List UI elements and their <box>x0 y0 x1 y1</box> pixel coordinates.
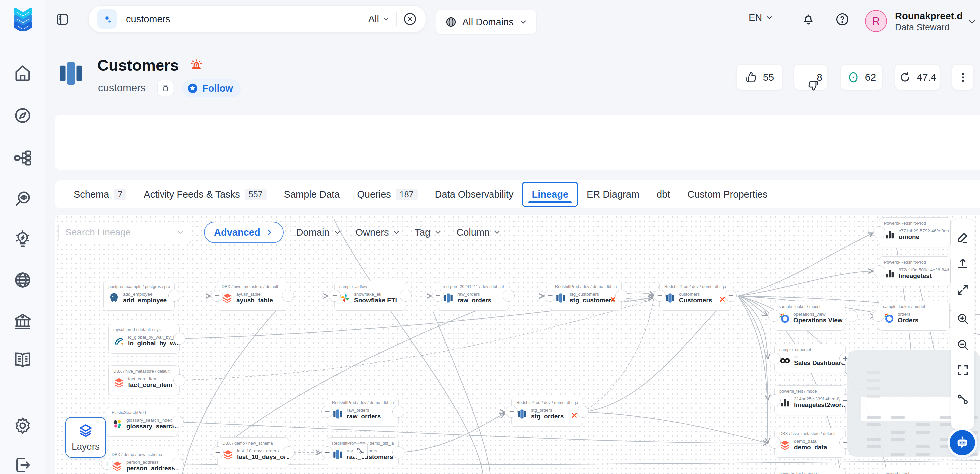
lineage-node-stg-customers[interactable]: RedshiftProd / dev / demo_dbt_jaffle stg… <box>550 281 622 310</box>
edge-handle[interactable] <box>173 332 186 345</box>
stat-thumbs-up-button[interactable]: 55 <box>736 64 783 90</box>
ai-sparkle-icon[interactable] <box>97 9 116 29</box>
edge-handle[interactable] <box>872 310 885 321</box>
edge-handle[interactable] <box>172 458 184 470</box>
pipeline-edge-icon[interactable] <box>353 444 368 458</box>
sidebar-item-settings[interactable] <box>13 416 32 435</box>
export-button[interactable] <box>956 257 969 270</box>
clear-search-icon[interactable] <box>402 12 417 26</box>
stat-kebab-button[interactable] <box>952 64 974 90</box>
edge-handle[interactable] <box>392 406 404 418</box>
lineage-node-lineagetest2work[interactable]: powerbi_test / model 314bd25e-339f-4bea-… <box>774 385 846 415</box>
lineage-node-snowflake-etl[interactable]: sample_airflow snowflake_etl Snowflake E… <box>334 281 406 310</box>
tab-custom-properties[interactable]: Custom Properties <box>679 180 776 208</box>
user-menu[interactable]: Rounakpreet.d Data Steward <box>895 10 963 33</box>
edge-handle[interactable] <box>873 265 885 277</box>
flow-mini-button[interactable] <box>956 393 969 406</box>
minus-collapse-button[interactable]: − <box>506 406 518 418</box>
lineage-node-glossary-search-index[interactable]: ElasticSearchProd glossary_search_index … <box>107 407 178 437</box>
edge-handle[interactable] <box>577 406 589 418</box>
sidebar-item-explore[interactable] <box>13 106 32 125</box>
notifications-bell-icon[interactable] <box>801 12 816 27</box>
lineage-node-fact-core-item[interactable]: DBX / hive_metastore / default fact_core… <box>108 366 180 396</box>
collapse-edge-button[interactable]: − <box>846 310 858 322</box>
sidebar-item-glossary[interactable] <box>13 350 32 369</box>
tab-schema[interactable]: Schema 7 <box>65 180 135 208</box>
stat-thumbs-down-button[interactable]: 8 <box>794 64 827 90</box>
tab-activity-feeds-tasks[interactable]: Activity Feeds & Tasks 557 <box>135 180 275 208</box>
lineage-node-lineagetest[interactable]: Powerbi-Redshift-Prod 872e1f0c-500e-4e28… <box>879 256 951 286</box>
minus-collapse-button[interactable]: − <box>544 289 557 302</box>
stat-refresh-button[interactable]: 47.4 <box>895 64 940 90</box>
language-dropdown[interactable]: EN <box>749 12 773 23</box>
edge-handle[interactable] <box>169 289 180 302</box>
lineage-node-last-10-days-orders[interactable]: DBX / demo / new_schema last_10_days_ord… <box>218 437 289 467</box>
lineage-node-orders[interactable]: sample_looker / model orders Orders <box>878 301 950 331</box>
edge-handle[interactable] <box>399 289 412 302</box>
minus-collapse-button[interactable]: − <box>329 289 340 302</box>
edge-handle[interactable] <box>173 374 186 387</box>
lineage-search-input[interactable]: Search Lineage <box>58 222 191 243</box>
tab-dbt[interactable]: dbt <box>648 180 679 208</box>
sidebar-item-observability[interactable] <box>13 189 32 208</box>
minus-collapse-button[interactable]: − <box>654 289 666 302</box>
advanced-search-button[interactable]: Advanced <box>204 222 284 243</box>
edge-handle[interactable] <box>282 289 294 302</box>
copy-icon[interactable] <box>157 80 173 96</box>
follow-button[interactable]: Follow <box>183 79 241 97</box>
stat-eye-button[interactable]: 62 <box>841 64 883 90</box>
lineage-node-ayush-table[interactable]: DBX / hive_metastore / default ayush_tab… <box>217 281 288 310</box>
lineage-node-operations-view[interactable]: sample_looker / model operations_view Op… <box>773 301 845 331</box>
lineage-node-partial[interactable]: powerbi_test / model <box>774 468 846 474</box>
edge-handle[interactable] <box>768 394 781 406</box>
sidebar-item-govern[interactable] <box>13 312 32 331</box>
avatar[interactable]: R <box>865 10 887 32</box>
tab-sample-data[interactable]: Sample Data <box>275 180 348 208</box>
tab-er-diagram[interactable]: ER Diagram <box>578 180 648 208</box>
edge-handle[interactable] <box>768 353 781 364</box>
lineage-node-add-employee[interactable]: postgres-example / postgres / production… <box>103 281 175 310</box>
sidebar-item-home[interactable] <box>13 63 32 83</box>
search-input[interactable]: customers <box>126 14 170 25</box>
edit-button[interactable] <box>956 231 969 244</box>
edge-handle[interactable] <box>283 446 295 458</box>
layers-button[interactable]: Layers <box>65 417 106 458</box>
lineage-filter-owners[interactable]: Owners <box>356 227 401 238</box>
edge-handle[interactable] <box>172 416 184 428</box>
edge-handle[interactable] <box>768 310 780 321</box>
edge-handle[interactable] <box>392 446 404 458</box>
fit-button[interactable] <box>956 364 969 377</box>
sidebar-item-domains[interactable] <box>13 270 32 289</box>
tab-queries[interactable]: Queries 187 <box>348 180 426 208</box>
minus-collapse-button[interactable]: − <box>725 289 737 302</box>
edge-handle[interactable] <box>503 289 515 302</box>
lineage-node-sales-dashboard[interactable]: sample_superset 31 Sales Dashboard + <box>774 344 846 374</box>
sidebar-item-insights[interactable] <box>13 230 32 249</box>
edge-handle[interactable] <box>873 226 885 238</box>
minus-collapse-button[interactable]: − <box>321 406 333 418</box>
sidebar-item-lineage-nav[interactable] <box>13 148 32 168</box>
edge-handle[interactable] <box>768 437 781 449</box>
chat-bot-button[interactable] <box>950 430 975 455</box>
zoom-out-button[interactable] <box>956 338 969 351</box>
lineage-filter-domain[interactable]: Domain <box>296 227 342 238</box>
help-icon[interactable] <box>835 12 850 27</box>
lineage-node-customers[interactable]: RedshiftProd / dev / demo_dbt_jaffle cus… <box>659 281 731 310</box>
minus-collapse-button[interactable]: − <box>432 289 444 302</box>
sidebar-toggle-icon[interactable] <box>55 12 70 27</box>
lineage-filter-column[interactable]: Column <box>456 227 501 238</box>
lineage-node-person-address[interactable]: DBX / demo / new_schema person_address p… <box>107 449 178 474</box>
zoom-in-button[interactable] <box>956 312 969 325</box>
minus-collapse-button[interactable]: − <box>211 289 223 302</box>
lineage-node-raw-orders[interactable]: red-pere-20241211 / dev / dbt_jaffle raw… <box>438 281 509 310</box>
alert-siren-icon[interactable] <box>189 57 204 72</box>
chevron-down-icon[interactable] <box>966 16 978 27</box>
lineage-node-io-global-by-wait-by-late-[interactable]: mysql_prod / default / sys io_global_by_… <box>108 323 180 353</box>
lineage-node-raw-orders[interactable]: RedshiftProd / dev / demo_dbt_jaffle raw… <box>327 397 399 427</box>
tab-data-observability[interactable]: Data Observability <box>426 180 522 208</box>
plus-collapse-button[interactable]: + <box>101 458 113 470</box>
search-scope-dropdown[interactable]: All <box>368 14 390 25</box>
lineage-node-demo-data[interactable]: DBX / hive_metastore / default demo_data… <box>774 428 846 458</box>
sidebar-item-logout[interactable] <box>13 455 32 474</box>
lineage-node-partial[interactable]: powerbi_test <box>881 468 952 474</box>
